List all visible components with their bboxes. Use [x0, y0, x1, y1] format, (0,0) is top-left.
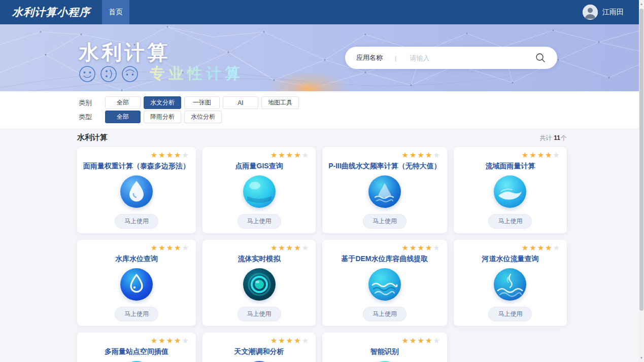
star-filled-icon: ★	[545, 151, 553, 159]
use-now-button[interactable]: 马上使用	[115, 307, 158, 321]
count-value: 11	[554, 134, 560, 141]
filter-row-0-option-3[interactable]: AI	[223, 96, 258, 109]
rating-stars: ★★★★★	[328, 244, 441, 252]
star-empty-icon: ★	[182, 336, 190, 345]
star-filled-icon: ★	[410, 243, 417, 252]
filter-row-1-option-0[interactable]: 全部	[105, 111, 141, 123]
star-filled-icon: ★	[151, 243, 158, 252]
user-menu[interactable]: 江雨田	[583, 0, 644, 24]
app-card[interactable]: ★★★★★ 点雨量GIS查询 马上使用	[202, 147, 316, 233]
total-count: 共计11个	[539, 134, 567, 142]
star-filled-icon: ★	[166, 243, 174, 252]
star-filled-icon: ★	[174, 151, 182, 159]
filter-options: 全部降雨分析水位分析	[105, 111, 222, 123]
app-card[interactable]: ★★★★★ 流域面雨量计算 马上使用	[454, 147, 567, 233]
app-title: P-III曲线水文频率计算（无特大值）	[328, 162, 441, 171]
app-card[interactable]: ★★★★★ 多雨量站点空间插值 马上使用	[77, 333, 196, 362]
filter-row-label: 类型	[79, 113, 105, 122]
app-card[interactable]: ★★★★★ 智能识别 马上使用	[322, 333, 447, 362]
star-filled-icon: ★	[522, 151, 529, 159]
top-navbar: 水利计算小程序 首页 江雨田	[0, 0, 644, 24]
app-card[interactable]: ★★★★★ 天文潮调和分析 马上使用	[202, 333, 316, 362]
rating-stars: ★★★★★	[209, 151, 310, 159]
app-icon	[120, 268, 153, 301]
star-filled-icon: ★	[174, 243, 182, 252]
star-filled-icon: ★	[286, 243, 294, 252]
smiley-icon	[79, 65, 96, 83]
star-filled-icon: ★	[529, 243, 537, 252]
rating-stars: ★★★★★	[460, 151, 561, 159]
use-now-button[interactable]: 马上使用	[363, 307, 406, 321]
search-field-label: 应用名称	[356, 53, 383, 62]
search-bar: 应用名称 |	[345, 47, 557, 69]
use-now-button[interactable]: 马上使用	[488, 214, 532, 229]
star-filled-icon: ★	[278, 243, 286, 252]
app-title: 面雨量权重计算（泰森多边形法）	[83, 162, 190, 171]
star-filled-icon: ★	[425, 243, 433, 252]
count-suffix: 个	[561, 134, 567, 141]
app-card[interactable]: ★★★★★ 面雨量权重计算（泰森多边形法） 马上使用	[77, 147, 196, 233]
search-input[interactable]	[410, 54, 535, 62]
use-now-button[interactable]: 马上使用	[115, 214, 158, 229]
app-card[interactable]: ★★★★★ 水库水位查询 马上使用	[77, 240, 196, 326]
main-content: 水利计算 共计11个 ★★★★★ 面雨量权重计算（泰森多边形法） 马上使用 ★★…	[0, 128, 644, 362]
star-filled-icon: ★	[286, 336, 294, 345]
filter-row-1-option-2[interactable]: 水位分析	[184, 111, 222, 123]
app-title: 点雨量GIS查询	[209, 162, 310, 171]
star-empty-icon: ★	[433, 336, 440, 345]
hero-title: 水利计算	[79, 39, 170, 66]
hero-subtitle-row: 专业性计算	[79, 63, 244, 84]
star-filled-icon: ★	[425, 336, 433, 345]
hero-banner: 水利计算 专业性计算 应用名称 |	[0, 24, 644, 91]
star-empty-icon: ★	[433, 151, 440, 159]
app-title: 天文潮调和分析	[209, 347, 310, 356]
filter-row-0-option-2[interactable]: 一张图	[184, 96, 220, 109]
use-now-button[interactable]: 马上使用	[363, 214, 406, 229]
user-avatar-icon[interactable]	[583, 5, 598, 20]
nav-tab-home[interactable]: 首页	[102, 0, 129, 24]
rating-stars: ★★★★★	[328, 337, 441, 345]
smiley-icon	[121, 65, 139, 83]
star-filled-icon: ★	[294, 243, 301, 252]
star-filled-icon: ★	[537, 243, 545, 252]
use-now-button[interactable]: 马上使用	[238, 214, 281, 229]
star-filled-icon: ★	[270, 336, 278, 345]
filter-row-0-option-4[interactable]: 地图工具	[261, 96, 299, 109]
app-title: 水库水位查询	[83, 255, 190, 264]
rating-stars: ★★★★★	[460, 244, 561, 252]
nav-tabs: 首页	[102, 0, 129, 24]
filter-row: 类别 全部水文分析一张图AI地图工具	[79, 96, 644, 109]
scrollbar-up-arrow[interactable]: ▲	[639, 1, 644, 8]
scrollbar-down-arrow[interactable]: ▼	[639, 354, 644, 361]
app-icon	[243, 175, 276, 208]
app-title: 智能识别	[328, 347, 441, 356]
hero-subtitle: 专业性计算	[150, 63, 244, 84]
star-filled-icon: ★	[158, 336, 166, 345]
star-filled-icon: ★	[417, 243, 425, 252]
use-now-button[interactable]: 马上使用	[488, 307, 532, 321]
app-card[interactable]: ★★★★★ P-III曲线水文频率计算（无特大值） 马上使用	[322, 147, 447, 233]
star-filled-icon: ★	[545, 243, 553, 252]
filter-row-1-option-1[interactable]: 降雨分析	[144, 111, 181, 123]
star-filled-icon: ★	[166, 151, 174, 159]
scrollbar[interactable]: ▲ ▼	[639, 0, 644, 362]
app-card[interactable]: ★★★★★ 河道水位流量查询 马上使用	[454, 240, 567, 326]
app-card[interactable]: ★★★★★ 流体实时模拟 马上使用	[202, 240, 316, 326]
use-now-button[interactable]: 马上使用	[238, 307, 281, 321]
search-icon[interactable]	[535, 52, 546, 63]
star-filled-icon: ★	[158, 151, 166, 159]
app-icon	[494, 268, 526, 301]
filter-row-0-option-0[interactable]: 全部	[105, 96, 141, 109]
star-filled-icon: ★	[402, 243, 410, 252]
app-card[interactable]: ★★★★★ 基于DEM水位库容曲线提取 马上使用	[322, 240, 447, 326]
star-filled-icon: ★	[417, 336, 425, 345]
scrollbar-thumb[interactable]	[639, 9, 643, 311]
app-title: 基于DEM水位库容曲线提取	[328, 255, 441, 264]
app-logo-title: 水利计算小程序	[0, 0, 90, 24]
filter-row-0-option-1[interactable]: 水文分析	[144, 96, 181, 109]
app-icon	[120, 175, 153, 208]
glow-decoration	[268, 71, 349, 91]
rating-stars: ★★★★★	[209, 244, 310, 252]
star-filled-icon: ★	[151, 151, 158, 159]
star-filled-icon: ★	[410, 151, 417, 159]
